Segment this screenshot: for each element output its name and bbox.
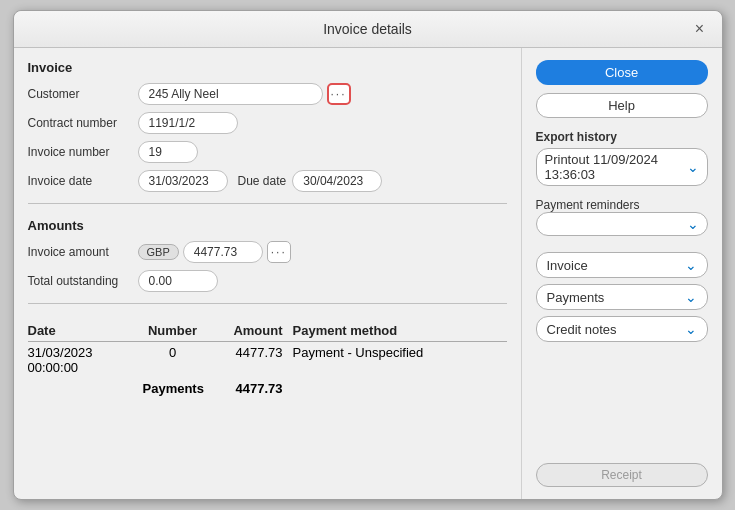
customer-dots-button[interactable]: ··· [327,83,351,105]
payments-button[interactable]: Payments ⌄ [536,284,708,310]
payment-reminders-arrow-icon: ⌄ [687,216,699,232]
invoice-date-label: Invoice date [28,174,138,188]
export-history-label: Export history [536,130,708,144]
amounts-section-label: Amounts [28,218,507,233]
invoice-button[interactable]: Invoice ⌄ [536,252,708,278]
table-divider [28,303,507,304]
table-row: 31/03/2023 00:00:00 0 4477.73 Payment - … [28,342,507,378]
row-amount: 4477.73 [203,345,283,375]
export-history-value: Printout 11/09/2024 13:36:03 [545,152,687,182]
total-outstanding-row: Total outstanding 0.00 [28,270,507,292]
col-method-header: Payment method [283,323,507,338]
table-section: Date Number Amount Payment method 31/03/… [28,320,507,487]
payments-chevron-icon: ⌄ [685,289,697,305]
invoice-details-dialog: Invoice details × Invoice Customer 245 A… [13,10,723,500]
credit-notes-button-label: Credit notes [547,322,617,337]
payment-reminders-dropdown[interactable]: ⌄ [536,212,708,236]
close-x-button[interactable]: × [690,19,710,39]
action-buttons: Invoice ⌄ Payments ⌄ Credit notes ⌄ [536,252,708,342]
subtotal-amount: 4477.73 [203,381,283,396]
payments-button-label: Payments [547,290,605,305]
export-history-arrow-icon: ⌄ [687,159,699,175]
due-date-field: 30/04/2023 [292,170,382,192]
invoice-amount-label: Invoice amount [28,245,138,259]
title-bar: Invoice details × [14,11,722,48]
subtotal-row: Payments 4477.73 [28,378,507,399]
dialog-body: Invoice Customer 245 Ally Neel ··· Contr… [14,48,722,499]
payment-reminders-section: Payment reminders ⌄ [536,194,708,236]
customer-field: 245 Ally Neel [138,83,323,105]
col-date-header: Date [28,323,143,338]
contract-row: Contract number 1191/1/2 [28,112,507,134]
due-date-label: Due date [238,174,287,188]
right-panel: Close Help Export history Printout 11/09… [522,48,722,499]
col-amount-header: Amount [203,323,283,338]
help-button[interactable]: Help [536,93,708,118]
invoice-amount-field: 4477.73 [183,241,263,263]
subtotal-label: Payments [143,381,203,396]
total-outstanding-label: Total outstanding [28,274,138,288]
close-button[interactable]: Close [536,60,708,85]
receipt-button: Receipt [536,463,708,487]
total-outstanding-field: 0.00 [138,270,218,292]
credit-notes-chevron-icon: ⌄ [685,321,697,337]
col-number-header: Number [143,323,203,338]
customer-row: Customer 245 Ally Neel ··· [28,83,507,105]
dots-icon: ··· [330,87,346,101]
invoice-number-label: Invoice number [28,145,138,159]
invoice-chevron-icon: ⌄ [685,257,697,273]
export-history-dropdown[interactable]: Printout 11/09/2024 13:36:03 ⌄ [536,148,708,186]
table-header: Date Number Amount Payment method [28,320,507,342]
currency-badge: GBP [138,244,179,260]
invoice-amount-dots-button[interactable]: ··· [267,241,291,263]
customer-label: Customer [28,87,138,101]
row-date: 31/03/2023 00:00:00 [28,345,143,375]
table-body: 31/03/2023 00:00:00 0 4477.73 Payment - … [28,342,507,399]
invoice-button-label: Invoice [547,258,588,273]
invoice-section-label: Invoice [28,60,507,75]
invoice-amount-row: Invoice amount GBP 4477.73 ··· [28,241,507,263]
dots-icon-amount: ··· [271,245,287,259]
subtotal-spacer [28,381,143,396]
amounts-divider [28,203,507,204]
contract-label: Contract number [28,116,138,130]
dialog-title: Invoice details [46,21,690,37]
dates-row: Invoice date 31/03/2023 Due date 30/04/2… [28,170,507,192]
invoice-number-field: 19 [138,141,198,163]
payment-reminders-label: Payment reminders [536,198,708,212]
contract-field: 1191/1/2 [138,112,238,134]
row-method: Payment - Unspecified [283,345,507,375]
invoice-number-row: Invoice number 19 [28,141,507,163]
left-panel: Invoice Customer 245 Ally Neel ··· Contr… [14,48,522,499]
invoice-date-field: 31/03/2023 [138,170,228,192]
export-history-section: Export history Printout 11/09/2024 13:36… [536,130,708,186]
row-number: 0 [143,345,203,375]
credit-notes-button[interactable]: Credit notes ⌄ [536,316,708,342]
